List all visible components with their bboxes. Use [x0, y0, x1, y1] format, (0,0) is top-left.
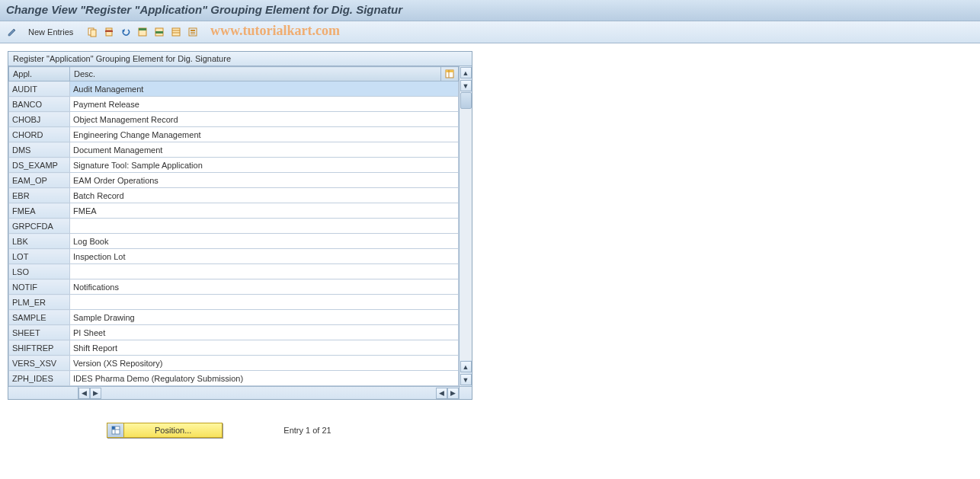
print-config-icon[interactable]	[185, 24, 200, 40]
scroll-right-icon[interactable]: ◀	[436, 388, 447, 399]
cell-desc[interactable]: Signature Tool: Sample Application	[70, 158, 459, 173]
deselect-all-icon[interactable]	[168, 24, 184, 40]
table-row[interactable]: DS_EXAMPSignature Tool: Sample Applicati…	[9, 158, 459, 173]
table-row[interactable]: FMEAFMEA	[9, 203, 459, 219]
cell-code[interactable]: DS_EXAMP	[9, 158, 70, 173]
cell-desc[interactable]	[70, 295, 459, 310]
cell-desc[interactable]: Batch Record	[70, 188, 459, 203]
scroll-track[interactable]	[460, 92, 472, 360]
cell-desc[interactable]: Payment Release	[70, 97, 459, 112]
svg-rect-9	[155, 31, 163, 34]
column-header-desc[interactable]: Desc.	[70, 67, 441, 81]
scroll-up-icon-2[interactable]: ▼	[460, 80, 472, 91]
scroll-right-icon-2[interactable]: ▶	[447, 388, 459, 399]
position-label: Position...	[124, 426, 222, 435]
cell-desc[interactable]: Shift Report	[70, 340, 459, 356]
cell-desc[interactable]: IDES Pharma Demo (Regulatory Submission)	[70, 371, 459, 386]
table-row[interactable]: LSO	[9, 264, 459, 279]
cell-desc[interactable]: Notifications	[70, 279, 459, 295]
cell-code[interactable]: VERS_XSV	[9, 356, 70, 371]
cell-code[interactable]: LBK	[9, 234, 70, 249]
cell-desc[interactable]: Document Management	[70, 142, 459, 158]
table-row[interactable]: EAM_OPEAM Order Operations	[9, 173, 459, 188]
table-panel: Register "Application" Grouping Element …	[8, 51, 472, 400]
table-row[interactable]: LBKLog Book	[9, 234, 459, 249]
cell-desc[interactable]: Sample Drawing	[70, 310, 459, 325]
undo-icon[interactable]	[118, 24, 133, 40]
table-row[interactable]: VERS_XSVVersion (XS Repository)	[9, 356, 459, 371]
cell-code[interactable]: AUDIT	[9, 81, 70, 97]
svg-rect-7	[139, 28, 146, 30]
table-row[interactable]: NOTIFNotifications	[9, 279, 459, 295]
delete-icon[interactable]	[101, 24, 117, 40]
table-row[interactable]: ZPH_IDESIDES Pharma Demo (Regulatory Sub…	[9, 371, 459, 386]
horizontal-scrollbar[interactable]: ◀ ▶ ◀ ▶	[8, 386, 472, 399]
cell-code[interactable]: EBR	[9, 188, 70, 203]
table-row[interactable]: LOTInspection Lot	[9, 249, 459, 264]
cell-code[interactable]: SAMPLE	[9, 310, 70, 325]
toggle-display-change-icon[interactable]	[5, 24, 20, 40]
new-entries-button[interactable]: New Entries	[21, 24, 80, 40]
cell-code[interactable]: EAM_OP	[9, 173, 70, 188]
scroll-thumb[interactable]	[460, 92, 472, 109]
cell-desc[interactable]: Inspection Lot	[70, 249, 459, 264]
select-block-icon[interactable]	[152, 24, 167, 40]
table-row[interactable]: CHOBJObject Management Record	[9, 112, 459, 127]
cell-code[interactable]: LSO	[9, 264, 70, 279]
position-button[interactable]: Position...	[107, 423, 223, 438]
hscroll-spacer	[8, 387, 78, 399]
cell-code[interactable]: ZPH_IDES	[9, 371, 70, 386]
cell-desc[interactable]: Object Management Record	[70, 112, 459, 127]
svg-rect-18	[446, 70, 453, 72]
table-config-icon[interactable]	[441, 67, 459, 81]
svg-rect-16	[191, 34, 195, 34]
cell-code[interactable]: CHOBJ	[9, 112, 70, 127]
table-row[interactable]: BANCOPayment Release	[9, 97, 459, 112]
application-table: Appl. Desc. AUDITAudit ManagementBANCOPa…	[8, 66, 459, 386]
cell-code[interactable]: FMEA	[9, 203, 70, 219]
work-area: Register "Application" Grouping Element …	[0, 43, 980, 445]
table-row[interactable]: SHEETPI Sheet	[9, 325, 459, 340]
column-header-code[interactable]: Appl.	[9, 67, 70, 81]
table-row[interactable]: PLM_ER	[9, 295, 459, 310]
table-row[interactable]: EBRBatch Record	[9, 188, 459, 203]
cell-code[interactable]: BANCO	[9, 97, 70, 112]
table-row[interactable]: CHORDEngineering Change Management	[9, 127, 459, 142]
vertical-scrollbar[interactable]: ▲ ▼ ▲ ▼	[459, 66, 472, 386]
cell-code[interactable]: LOT	[9, 249, 70, 264]
table-row[interactable]: DMSDocument Management	[9, 142, 459, 158]
scroll-left-icon[interactable]: ◀	[78, 388, 90, 399]
cell-desc[interactable]: Engineering Change Management	[70, 127, 459, 142]
cell-desc[interactable]: PI Sheet	[70, 325, 459, 340]
cell-desc[interactable]	[70, 219, 459, 234]
table-row[interactable]: AUDITAudit Management	[9, 81, 459, 97]
cell-desc[interactable]: Version (XS Repository)	[70, 356, 459, 371]
table-row[interactable]: SHIFTREPShift Report	[9, 340, 459, 356]
cell-desc[interactable]: Audit Management	[70, 81, 459, 97]
copy-as-icon[interactable]	[85, 24, 100, 40]
scroll-down-icon-2[interactable]: ▼	[460, 374, 472, 385]
position-icon	[107, 423, 124, 437]
scroll-left-icon-2[interactable]: ▶	[90, 388, 101, 399]
cell-code[interactable]: DMS	[9, 142, 70, 158]
cell-code[interactable]: NOTIF	[9, 279, 70, 295]
entry-status: Entry 1 of 21	[283, 426, 331, 435]
scroll-up-icon[interactable]: ▲	[460, 67, 472, 78]
svg-rect-21	[112, 426, 115, 430]
cell-desc[interactable]	[70, 264, 459, 279]
cell-desc[interactable]: Log Book	[70, 234, 459, 249]
table-row[interactable]: GRPCFDA	[9, 219, 459, 234]
cell-code[interactable]: CHORD	[9, 127, 70, 142]
cell-desc[interactable]: FMEA	[70, 203, 459, 219]
watermark: www.tutorialkart.com	[210, 23, 340, 39]
scroll-down-icon[interactable]: ▲	[460, 361, 472, 372]
new-entries-label: New Entries	[28, 27, 73, 37]
select-all-icon[interactable]	[135, 24, 150, 40]
cell-desc[interactable]: EAM Order Operations	[70, 173, 459, 188]
cell-code[interactable]: SHIFTREP	[9, 340, 70, 356]
table-row[interactable]: SAMPLESample Drawing	[9, 310, 459, 325]
hscroll-corner	[459, 387, 472, 399]
cell-code[interactable]: GRPCFDA	[9, 219, 70, 234]
cell-code[interactable]: PLM_ER	[9, 295, 70, 310]
cell-code[interactable]: SHEET	[9, 325, 70, 340]
